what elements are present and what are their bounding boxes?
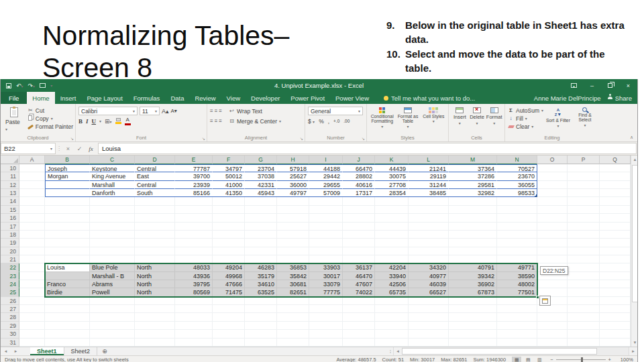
sort-filter-button[interactable]: AZ▼ Sort & Filter▾ (546, 106, 570, 133)
col-header-Q[interactable]: Q (600, 156, 631, 164)
cell-M25[interactable]: 67873 (449, 288, 497, 296)
tell-me-box[interactable]: Tell me what you want to do... (384, 92, 475, 104)
cell-B22[interactable]: Louisa (45, 263, 90, 272)
cell-Q23[interactable] (600, 272, 631, 280)
cell-L24[interactable]: 46039 (409, 280, 449, 288)
cell-J15[interactable] (343, 206, 375, 214)
qat-dropdown-icon[interactable]: ▾ (50, 83, 52, 88)
cell-N22[interactable]: 49771 (497, 263, 537, 272)
row-header-19[interactable]: 19 (1, 239, 19, 247)
cell-Q11[interactable] (600, 172, 631, 180)
cell-G26[interactable] (245, 297, 277, 305)
cell-M22[interactable]: 40791 (449, 263, 497, 272)
cell-H27[interactable] (277, 305, 309, 313)
cell-J19[interactable] (343, 239, 375, 247)
cancel-icon[interactable]: × (62, 145, 74, 152)
merge-center-button[interactable]: ⊟Merge & Center ▾ (229, 117, 281, 125)
enter-icon[interactable]: ✓ (74, 145, 85, 152)
cell-Q12[interactable] (600, 181, 631, 189)
row-header-24[interactable]: 24 (1, 280, 19, 288)
cell-H26[interactable] (277, 297, 309, 305)
cell-G21[interactable] (245, 255, 277, 263)
cell-B18[interactable] (45, 231, 90, 239)
cell-Q21[interactable] (600, 255, 631, 263)
align-bottom-icon[interactable]: ≡ (219, 108, 221, 114)
cell-G10[interactable]: 23704 (245, 164, 277, 172)
cell-O10[interactable] (537, 164, 568, 172)
cell-O20[interactable] (537, 247, 568, 255)
cell-B14[interactable] (45, 197, 90, 205)
col-header-J[interactable]: J (343, 156, 375, 164)
cell-P17[interactable] (568, 223, 600, 231)
cell-I12[interactable]: 29655 (309, 181, 343, 189)
cell-N11[interactable]: 23670 (497, 172, 537, 180)
cell-D13[interactable]: South (135, 189, 175, 197)
cell-F24[interactable]: 47666 (213, 280, 245, 288)
cell-L27[interactable] (409, 305, 449, 313)
cell-A27[interactable] (19, 305, 45, 313)
clipboard-dialog-launcher[interactable]: ↘ (70, 136, 74, 141)
cell-L10[interactable]: 21241 (409, 164, 449, 172)
cell-A20[interactable] (19, 247, 45, 255)
ribbon-display-options-button[interactable]: ▴ (565, 79, 583, 92)
format-as-table-button[interactable]: Format as Table▾ (395, 106, 420, 133)
ribbon-tab-developer[interactable]: Developer (246, 92, 285, 104)
cell-B29[interactable] (45, 322, 90, 330)
col-header-M[interactable]: M (449, 156, 497, 164)
increase-decimal-icon[interactable]: +.0 (333, 119, 339, 123)
row-header-20[interactable]: 20 (1, 247, 19, 255)
sheet-nav-right-icon[interactable]: ▸ (11, 347, 21, 355)
cell-E10[interactable]: 77787 (175, 164, 213, 172)
row-header-16[interactable]: 16 (1, 214, 19, 222)
cell-D20[interactable] (135, 247, 175, 255)
cell-K21[interactable] (375, 255, 409, 263)
cell-C21[interactable] (90, 255, 135, 263)
cell-J12[interactable]: 40616 (343, 181, 375, 189)
cell-Q25[interactable] (600, 288, 631, 296)
cell-M18[interactable] (449, 231, 497, 239)
cell-C23[interactable]: Marshall - B (90, 272, 135, 280)
cell-I29[interactable] (309, 322, 343, 330)
cell-G30[interactable] (245, 330, 277, 338)
cell-J18[interactable] (343, 231, 375, 239)
row-header-29[interactable]: 29 (1, 322, 19, 330)
row-header-13[interactable]: 13 (1, 189, 19, 197)
cell-E28[interactable] (175, 313, 213, 321)
cell-N23[interactable]: 38590 (497, 272, 537, 280)
cell-P18[interactable] (568, 231, 600, 239)
cell-N14[interactable] (497, 197, 537, 205)
cell-F27[interactable] (213, 305, 245, 313)
zoom-slider[interactable] (556, 359, 606, 360)
cell-G12[interactable]: 42331 (245, 181, 277, 189)
cell-G19[interactable] (245, 239, 277, 247)
cell-Q16[interactable] (600, 214, 631, 222)
cell-H24[interactable]: 30681 (277, 280, 309, 288)
cell-A13[interactable] (19, 189, 45, 197)
cell-A26[interactable] (19, 297, 45, 305)
cell-G27[interactable] (245, 305, 277, 313)
cell-J29[interactable] (343, 322, 375, 330)
row-header-10[interactable]: 10 (1, 164, 19, 172)
cell-E14[interactable] (175, 197, 213, 205)
conditional-formatting-button[interactable]: Conditional Formatting▾ (370, 106, 394, 133)
cell-B13[interactable] (45, 189, 90, 197)
cell-F18[interactable] (213, 231, 245, 239)
undo-icon[interactable]: ↶▾ (16, 82, 23, 89)
cell-K10[interactable]: 44439 (375, 164, 409, 172)
cell-H10[interactable]: 57918 (277, 164, 309, 172)
cell-P27[interactable] (568, 305, 600, 313)
cell-C18[interactable] (90, 231, 135, 239)
cell-J11[interactable]: 28802 (343, 172, 375, 180)
col-header-D[interactable]: D (135, 156, 175, 164)
cell-Q10[interactable] (600, 164, 631, 172)
cell-N25[interactable]: 77501 (497, 288, 537, 296)
cell-M13[interactable]: 32982 (449, 189, 497, 197)
cell-K25[interactable]: 65735 (375, 288, 409, 296)
cell-E16[interactable] (175, 214, 213, 222)
col-header-H[interactable]: H (277, 156, 309, 164)
cell-J14[interactable] (343, 197, 375, 205)
cell-H12[interactable]: 36000 (277, 181, 309, 189)
cell-C24[interactable]: Abrams (90, 280, 135, 288)
col-header-C[interactable]: C (90, 156, 135, 164)
cell-I14[interactable] (309, 197, 343, 205)
